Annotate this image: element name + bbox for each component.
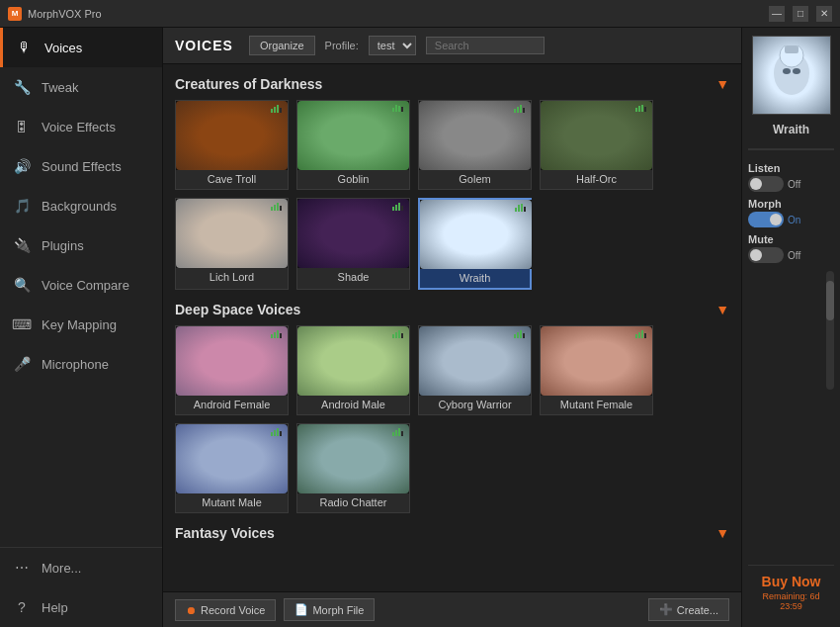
sidebar-item-voice-effects[interactable]: 🎛 Voice Effects	[0, 107, 162, 146]
category-collapse-deep-space[interactable]: ▼	[715, 302, 729, 317]
sidebar-item-help[interactable]: ? Help	[0, 587, 162, 627]
signal-cave-troll	[271, 105, 282, 113]
profile-label: Profile:	[325, 40, 359, 51]
voice-item-half-orc[interactable]: Half-Orc	[540, 100, 653, 190]
help-icon: ?	[12, 597, 32, 617]
category-collapse-fantasy[interactable]: ▼	[715, 525, 729, 541]
search-input[interactable]	[426, 37, 545, 54]
sidebar-item-tweak[interactable]: 🔧 Tweak	[0, 67, 162, 107]
voice-compare-icon: 🔍	[12, 275, 32, 295]
close-button[interactable]: ✕	[816, 6, 832, 22]
header-bar: VOICES Organize Profile: test	[163, 28, 741, 64]
morph-file-button[interactable]: 📄 Morph File	[284, 598, 375, 621]
record-voice-button[interactable]: ⏺ Record Voice	[175, 599, 276, 621]
svg-rect-2	[785, 45, 798, 53]
voice-item-cyborg-warrior[interactable]: Cyborg Warrior	[418, 325, 532, 415]
buy-now-button[interactable]: Buy Now	[752, 574, 830, 589]
voice-item-shade[interactable]: Shade	[296, 198, 410, 290]
maximize-button[interactable]: □	[793, 6, 808, 22]
listen-control: Off	[748, 176, 834, 192]
app-title: MorphVOX Pro	[28, 8, 102, 20]
morph-control: On	[748, 212, 834, 227]
sidebar-item-more[interactable]: ⋯ More...	[0, 548, 162, 587]
sidebar-item-voice-effects-label: Voice Effects	[42, 120, 116, 134]
signal-goblin	[392, 105, 403, 112]
voice-item-mutant-male[interactable]: Mutant Male	[175, 423, 289, 513]
sidebar-item-microphone-label: Microphone	[42, 357, 109, 372]
voice-item-goblin[interactable]: Goblin	[296, 100, 410, 190]
listen-toggle-switch[interactable]	[748, 176, 784, 192]
content-area: VOICES Organize Profile: test Creatures …	[163, 28, 840, 627]
signal-shade	[392, 203, 403, 211]
app-icon: M	[8, 7, 22, 21]
voice-item-radio-chatter[interactable]: Radio Chatter	[296, 423, 410, 513]
sidebar-item-key-mapping-label: Key Mapping	[42, 317, 117, 332]
organize-button[interactable]: Organize	[249, 36, 315, 55]
plugins-icon: 🔌	[12, 235, 32, 255]
signal-mutant-female	[635, 330, 646, 338]
sidebar-item-help-label: Help	[42, 600, 68, 615]
voice-name-cave-troll: Cave Troll	[176, 173, 288, 185]
signal-radio-chatter	[392, 428, 403, 436]
minimize-button[interactable]: —	[769, 6, 785, 22]
volume-thumb[interactable]	[826, 281, 834, 320]
morph-label: Morph	[748, 198, 834, 210]
app-body: 🎙 Voices 🔧 Tweak 🎛 Voice Effects 🔊 Sound…	[0, 28, 840, 627]
tweak-icon: 🔧	[12, 77, 32, 97]
sidebar-item-sound-effects-label: Sound Effects	[42, 159, 122, 174]
voices-icon: 🎙	[15, 38, 35, 57]
voice-item-mutant-female[interactable]: Mutant Female	[540, 325, 653, 415]
morph-toggle-switch[interactable]	[748, 212, 784, 227]
voice-item-android-male[interactable]: Android Male	[296, 325, 410, 415]
sidebar-item-voices[interactable]: 🎙 Voices	[0, 28, 162, 67]
category-header-creatures: Creatures of Darkness ▼	[175, 76, 729, 92]
signal-wraith	[515, 204, 526, 212]
signal-lich-lord	[271, 203, 282, 211]
category-title-deep-space: Deep Space Voices	[175, 302, 300, 317]
signal-cyborg-warrior	[514, 330, 525, 338]
remaining-text: Remaining: 6d 23:59	[752, 591, 830, 611]
category-title-creatures: Creatures of Darkness	[175, 76, 322, 92]
toggle-row: Listen Off Morph On Mute	[748, 162, 834, 263]
category-fantasy: Fantasy Voices ▼	[175, 525, 729, 541]
title-bar-left: M MorphVOX Pro	[8, 7, 102, 21]
sidebar-item-backgrounds[interactable]: 🎵 Backgrounds	[0, 186, 162, 225]
voice-item-wraith[interactable]: Wraith	[418, 198, 532, 290]
sidebar-item-plugins[interactable]: 🔌 Plugins	[0, 225, 162, 265]
voice-row-deep-space-1: Android Female	[175, 325, 729, 415]
voice-row-creatures-1: Cave Troll	[175, 100, 729, 190]
mute-state: Off	[788, 250, 800, 261]
morph-file-label: Morph File	[312, 604, 364, 616]
sidebar-item-voice-compare[interactable]: 🔍 Voice Compare	[0, 265, 162, 305]
voice-name-mutant-female: Mutant Female	[541, 399, 652, 410]
voice-grid-area[interactable]: Creatures of Darkness ▼	[163, 64, 741, 591]
record-voice-label: Record Voice	[201, 604, 265, 616]
voice-img-mutant-female	[541, 326, 652, 396]
voice-name-radio-chatter: Radio Chatter	[297, 496, 409, 508]
listen-toggle-item: Listen Off	[748, 162, 834, 192]
voice-item-android-female[interactable]: Android Female	[175, 325, 289, 415]
voice-img-half-orc	[541, 101, 652, 170]
category-header-fantasy: Fantasy Voices ▼	[175, 525, 729, 541]
mute-label: Mute	[748, 233, 834, 245]
more-icon: ⋯	[12, 558, 32, 578]
sidebar-item-microphone[interactable]: 🎤 Microphone	[0, 344, 162, 384]
voice-item-cave-troll[interactable]: Cave Troll	[175, 100, 289, 190]
create-button[interactable]: ➕ Create...	[648, 598, 729, 621]
mute-toggle-switch[interactable]	[748, 247, 784, 263]
title-bar: M MorphVOX Pro — □ ✕	[0, 0, 840, 28]
voice-img-wraith	[420, 200, 532, 269]
category-collapse-creatures[interactable]: ▼	[715, 76, 729, 92]
buy-now-area: Buy Now Remaining: 6d 23:59	[748, 565, 834, 619]
backgrounds-icon: 🎵	[12, 196, 32, 216]
sidebar-item-key-mapping[interactable]: ⌨ Key Mapping	[0, 305, 162, 344]
voice-item-lich-lord[interactable]: Lich Lord	[175, 198, 289, 290]
create-label: Create...	[677, 604, 718, 616]
page-title: VOICES	[175, 38, 233, 53]
morph-state: On	[788, 215, 800, 225]
profile-select[interactable]: test	[369, 36, 416, 55]
category-deep-space: Deep Space Voices ▼	[175, 302, 729, 513]
voice-item-golem[interactable]: Golem	[418, 100, 532, 190]
sidebar-item-sound-effects[interactable]: 🔊 Sound Effects	[0, 146, 162, 186]
svg-point-3	[783, 68, 791, 74]
